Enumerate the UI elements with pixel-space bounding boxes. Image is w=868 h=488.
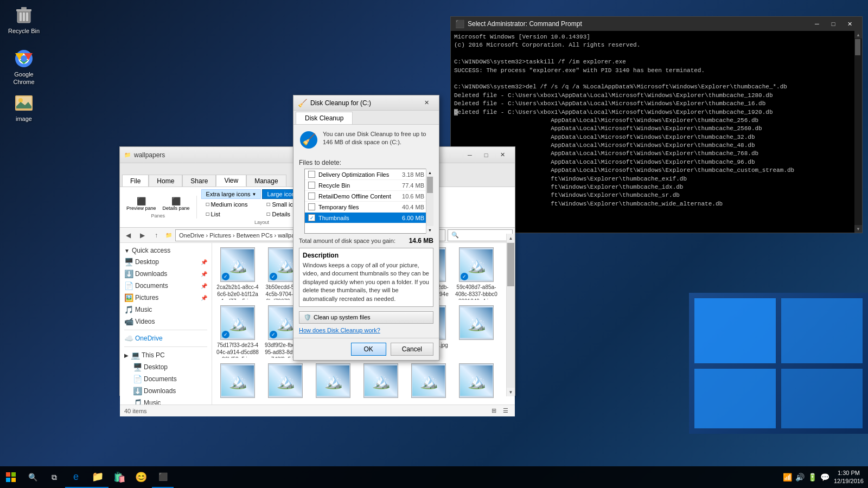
network-icon[interactable]: 📶 [783,473,792,481]
tab-home[interactable]: Home [149,175,182,187]
taskbar-clock[interactable]: 1:30 PM 12/19/2016 [834,469,864,486]
files-list-item-4[interactable]: Temporary files 40.4 MB [305,202,427,213]
file-item-1[interactable]: 🏔️ ✓ 2ca2b2b1-a8cc-46c6-b2e0-b1f12a1ed77… [214,245,261,302]
sidebar-item-documents-pc-label: Documents [144,375,177,383]
back-button[interactable]: ◀ [122,229,134,241]
mountain-icon-8: 🏔️ [276,314,295,332]
sidebar-item-videos-qa[interactable]: 📹 Videos [120,316,212,328]
file-item-14[interactable]: 🏔️ [262,361,309,404]
details-pane-button[interactable]: ⬛ Details pane [161,196,192,212]
grid-view-button[interactable]: ⊞ [489,406,499,415]
sidebar-item-documents-qa[interactable]: 📄 Documents 📌 [120,280,212,292]
sidebar-item-music-qa[interactable]: 🎵 Music [120,304,212,316]
clean-system-files-button[interactable]: 🛡️ Clean up system files [299,311,433,324]
checkbox-1[interactable] [308,171,315,178]
preview-pane-button[interactable]: ⬛ Preview pane [124,196,158,212]
panes-group: ⬛ Preview pane ⬛ Details pane Panes [124,196,197,219]
music-qa-icon: 🎵 [124,305,133,314]
file-explorer-taskbar-button[interactable]: 📁 [87,466,108,488]
explorer-maximize-button[interactable]: □ [478,148,494,162]
list-button[interactable]: ☐ List [201,210,261,219]
tab-view-label: View [224,177,238,184]
sidebar-item-music-pc[interactable]: 🎵 Music [120,397,212,404]
address-bar-text: OneDrive › Pictures › Between PCs › wall… [179,232,307,239]
cmd-line-11: AppData\Local\Microsoft\Windows\Explorer… [454,117,859,125]
forward-button[interactable]: ▶ [136,229,148,241]
sidebar-item-desktop-pc[interactable]: 🖥️ Desktop [120,361,212,373]
edge-button[interactable]: e [65,466,87,488]
sidebar-item-pictures-qa[interactable]: 🖼️ Pictures 📌 [120,292,212,304]
explorer-close-button[interactable]: ✕ [494,148,510,162]
explorer-minimize-button[interactable]: ─ [462,148,478,162]
search-button[interactable]: 🔍 [22,466,43,488]
search-input[interactable]: 🔍 [448,229,513,241]
sidebar-item-desktop-qa[interactable]: 🖥️ Desktop 📌 [120,256,212,268]
extra-large-icons-button[interactable]: Extra large icons ▼ [201,189,261,199]
file-check-7: ✓ [222,331,229,338]
disk-cleanup-tab[interactable]: Disk Cleanup [296,112,353,124]
sidebar-item-downloads-pc[interactable]: ⬇️ Downloads [120,385,212,397]
files-scroll-up[interactable]: ▲ [426,169,433,176]
cmd-scroll-down[interactable]: ▼ [854,225,862,233]
sidebar-this-pc[interactable]: ▶ 💻 This PC [120,349,212,361]
how-does-disk-cleanup-work-link[interactable]: How does Disk Cleanup work? [293,326,439,338]
list-view-button[interactable]: ☰ [501,406,510,415]
desktop-icon-recycle-bin[interactable]: Recycle Bin [4,4,43,35]
up-button[interactable]: ↑ [150,229,162,241]
checkbox-5[interactable]: ✓ [308,214,315,221]
checkbox-4[interactable] [308,203,315,210]
cmd-scrollbar-thumb[interactable] [855,39,860,55]
start-button[interactable] [0,466,22,488]
image-label: image [16,115,32,123]
checkbox-3[interactable] [308,192,315,200]
tab-manage[interactable]: Manage [246,175,286,187]
tab-file[interactable]: File [122,175,149,187]
file-item-17[interactable]: 🏔️ [405,361,452,404]
preview-pane-icon: ⬛ [137,197,146,206]
file-item-18[interactable]: 🏔️ [453,361,500,404]
explorer-scrollbar-thumb[interactable] [507,243,514,286]
sidebar-item-downloads-qa[interactable]: ⬇️ Downloads 📌 [120,268,212,280]
cmd-titlebar[interactable]: ⬛ Select Administrator: Command Prompt ─… [451,17,862,31]
disk-cleanup-close-button[interactable]: ✕ [418,96,435,110]
explorer-scroll-down[interactable]: ▼ [507,388,515,396]
cancel-button[interactable]: Cancel [391,343,433,356]
tab-view[interactable]: View [216,175,246,187]
files-list-item-2[interactable]: Recycle Bin 77.4 MB [305,180,427,191]
volume-icon[interactable]: 🔊 [795,473,805,481]
taskbar-right: 📶 🔊 🔋 💬 1:30 PM 12/19/2016 [783,469,868,486]
file-item-13[interactable]: 🏔️ [214,361,261,404]
medium-icons-button[interactable]: ☐ Medium icons [201,200,261,209]
cmd-scroll-up[interactable]: ▲ [854,31,862,38]
file-item-16[interactable]: 🏔️ [358,361,404,404]
mountain-icon-7: 🏔️ [228,314,247,332]
sidebar-onedrive[interactable]: ☁️ OneDrive [120,332,212,344]
file-item-12[interactable]: 🏔️ [453,303,500,360]
tab-share[interactable]: Share [182,175,216,187]
cmd-minimize-button[interactable]: ─ [809,17,825,31]
desktop-icon-image[interactable]: image [4,92,43,123]
cmd-close-button[interactable]: ✕ [841,17,858,31]
notification-icon[interactable]: 💬 [820,473,829,481]
file-item-7[interactable]: 🏔️ ✓ 75d17f33-de23-404c-a914-d5cd8826bf5… [214,303,261,360]
store-button[interactable]: 🛍️ [108,466,130,488]
cmd-maximize-button[interactable]: □ [825,17,841,31]
checkbox-2[interactable] [308,182,315,189]
cortana-button[interactable]: 😊 [130,466,152,488]
task-view-button[interactable]: ⧉ [43,466,65,488]
desktop-icon-chrome[interactable]: Google Chrome [4,48,43,86]
files-scrollbar-thumb[interactable] [427,177,433,193]
explorer-scroll-up[interactable]: ▲ [507,234,515,242]
files-list-item-1[interactable]: Delivery Optimization Files 3.18 MB [305,169,427,180]
sidebar-item-documents-pc[interactable]: 📄 Documents [120,373,212,385]
files-list-item-5[interactable]: ✓ Thumbnails 6.00 MB [305,213,427,223]
files-list-item-3[interactable]: RetailDemo Offline Content 10.6 MB [305,191,427,202]
sidebar-quick-access-header[interactable]: ▼ Quick access [120,245,212,256]
file-item-15[interactable]: 🏔️ [310,361,356,404]
files-scroll-down[interactable]: ▼ [426,226,433,234]
ok-button[interactable]: OK [351,343,386,356]
file-item-6[interactable]: 🏔️ ✓ 59c408d7-a85a-408c-8337-bbbc0300124… [453,245,500,302]
search-icon: 🔍 [28,473,37,481]
cmd-taskbar-button[interactable]: ⬛ [152,466,174,488]
tab-manage-label: Manage [254,177,278,185]
